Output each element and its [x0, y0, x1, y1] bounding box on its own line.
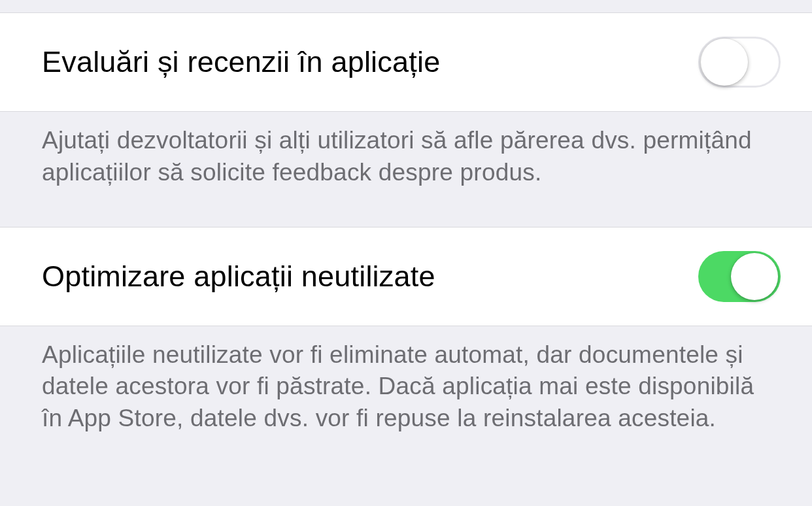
toggle-knob: [701, 39, 748, 86]
ratings-reviews-row: Evaluări și recenzii în aplicație: [0, 12, 812, 112]
toggle-knob: [731, 253, 778, 300]
ratings-reviews-description: Ajutați dezvoltatorii și alți utilizator…: [0, 112, 812, 227]
offload-apps-label: Optimizare aplicații neutilizate: [42, 260, 435, 294]
ratings-reviews-toggle[interactable]: [698, 37, 781, 88]
offload-apps-row: Optimizare aplicații neutilizate: [0, 227, 812, 326]
offload-apps-toggle[interactable]: [698, 251, 781, 302]
ratings-reviews-label: Evaluări și recenzii în aplicație: [42, 45, 440, 79]
offload-apps-description: Aplicațiile neutilizate vor fi eliminate…: [0, 326, 812, 473]
